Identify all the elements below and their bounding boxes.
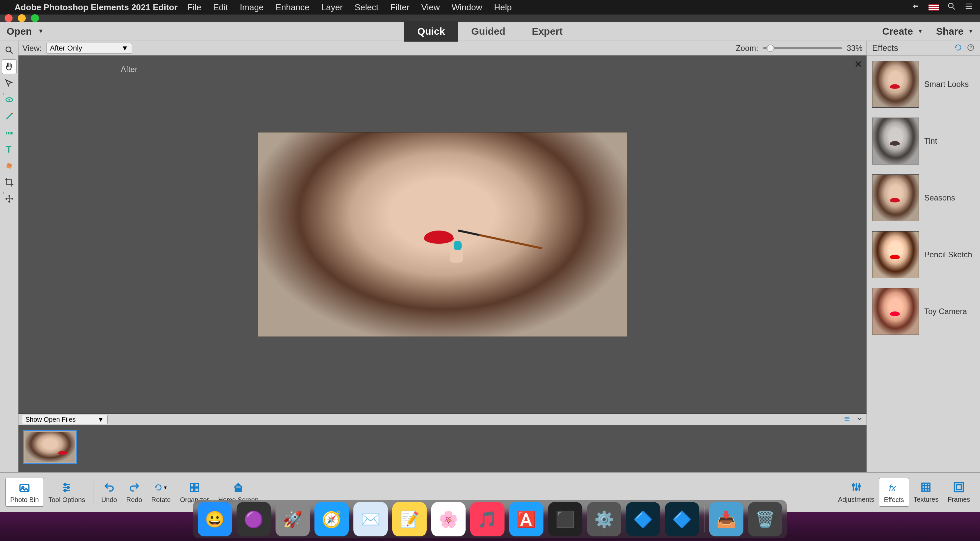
tab-expert[interactable]: Expert <box>519 21 576 41</box>
document-image[interactable] <box>258 132 627 337</box>
dock-siri[interactable]: 🟣 <box>237 502 271 536</box>
effects-label: Effects <box>884 496 904 504</box>
photo-bin-menu-icon[interactable] <box>843 415 851 424</box>
after-label: After <box>121 65 138 74</box>
mac-dock-area: 😀🟣🚀🧭✉️📝🌸🎵🅰️⬛⚙️🔷🔷📥🗑️ <box>0 512 980 541</box>
menu-select[interactable]: Select <box>355 2 379 13</box>
effects-panel-header: Effects ? <box>867 41 980 56</box>
menu-layer[interactable]: Layer <box>321 2 343 13</box>
zoom-value: 33% <box>847 44 862 53</box>
straighten-tool[interactable] <box>2 126 16 140</box>
textures-button[interactable]: Textures <box>909 478 943 507</box>
textures-label: Textures <box>914 496 939 503</box>
type-tool[interactable]: T <box>2 142 16 156</box>
svg-text:?: ? <box>969 45 972 50</box>
app-title[interactable]: Adobe Photoshop Elements 2021 Editor <box>14 2 178 13</box>
share-label: Share <box>936 26 964 37</box>
menu-help[interactable]: Help <box>494 2 511 13</box>
menu-window[interactable]: Window <box>452 2 482 13</box>
dock-notes[interactable]: 📝 <box>392 502 426 536</box>
rotate-button[interactable]: ▼ Rotate <box>147 478 175 506</box>
tab-quick[interactable]: Quick <box>404 21 458 41</box>
zoom-label: Zoom: <box>736 44 758 53</box>
help-icon[interactable]: ? <box>967 44 975 53</box>
effect-item-smart-looks[interactable]: Smart Looks <box>872 61 975 108</box>
view-mode-selected: After Only <box>50 44 82 53</box>
whiten-teeth-tool[interactable] <box>2 109 16 123</box>
menu-list-icon[interactable] <box>964 2 974 13</box>
effect-item-toy-camera[interactable]: Toy Camera <box>872 288 975 335</box>
menu-filter[interactable]: Filter <box>390 2 409 13</box>
create-dropdown-button[interactable]: Create ▼ <box>882 26 923 37</box>
chevron-down-icon: ▼ <box>968 29 974 34</box>
photo-bin-filter-select[interactable]: Show Open Files ▼ <box>22 415 108 424</box>
effect-item-seasons[interactable]: Seasons <box>872 174 975 221</box>
menu-enhance[interactable]: Enhance <box>275 2 310 13</box>
dock-downloads[interactable]: 📥 <box>709 502 743 536</box>
zoom-slider[interactable] <box>763 47 842 49</box>
effect-item-tint[interactable]: Tint <box>872 118 975 164</box>
svg-rect-32 <box>190 488 194 492</box>
effect-thumbnail <box>872 174 919 221</box>
tab-guided[interactable]: Guided <box>458 21 519 41</box>
photo-bin-thumbnail[interactable] <box>23 430 77 464</box>
share-dropdown-button[interactable]: Share ▼ <box>936 26 974 37</box>
dock-app-store[interactable]: 🅰️ <box>509 502 544 536</box>
svg-rect-46 <box>955 483 964 492</box>
photo-bin-button[interactable]: Photo Bin <box>5 478 44 507</box>
menu-image[interactable]: Image <box>240 2 264 13</box>
dock-music[interactable]: 🎵 <box>470 502 504 536</box>
svg-point-16 <box>10 165 11 166</box>
open-label: Open <box>6 26 32 37</box>
minimize-window-button[interactable] <box>18 14 26 22</box>
quick-select-tool[interactable] <box>2 76 16 91</box>
dock-finder[interactable]: 😀 <box>198 502 232 536</box>
hand-tool[interactable] <box>2 59 16 74</box>
canvas-area: View: After Only ▼ Zoom: 33% ✕ After <box>19 41 867 413</box>
dock-launchpad[interactable]: 🚀 <box>275 502 310 536</box>
open-dropdown-button[interactable]: Open ▼ <box>6 26 44 37</box>
reset-icon[interactable] <box>954 44 962 53</box>
undo-button[interactable]: Undo <box>97 478 122 506</box>
redo-button[interactable]: Redo <box>122 478 147 506</box>
dock-system-preferences[interactable]: ⚙️ <box>587 502 621 536</box>
menu-view[interactable]: View <box>422 2 440 13</box>
menu-edit[interactable]: Edit <box>213 2 228 13</box>
view-mode-select[interactable]: After Only ▼ <box>46 43 132 54</box>
effects-button[interactable]: fx Effects <box>879 478 909 507</box>
photo-bin-collapse-icon[interactable] <box>856 415 863 424</box>
tool-options-button[interactable]: Tool Options <box>44 478 90 506</box>
dock-trash[interactable]: 🗑️ <box>748 502 782 536</box>
dock-terminal[interactable]: ⬛ <box>548 502 582 536</box>
us-flag-icon[interactable] <box>929 4 939 11</box>
share-indicator-icon[interactable] <box>912 2 921 13</box>
effects-panel: Effects ? Smart LooksTintSeasonsPencil S… <box>867 41 980 472</box>
undo-label: Undo <box>101 496 117 504</box>
dock-safari[interactable]: 🧭 <box>315 502 349 536</box>
close-document-button[interactable]: ✕ <box>854 59 862 70</box>
svg-text:T: T <box>6 144 11 154</box>
eye-tool[interactable]: + <box>2 93 16 107</box>
dock-mail[interactable]: ✉️ <box>353 502 388 536</box>
zoom-tool[interactable] <box>2 43 16 57</box>
maximize-window-button[interactable] <box>31 14 39 22</box>
dock-pse-editor[interactable]: 🔷 <box>626 502 660 536</box>
crop-tool[interactable] <box>2 175 16 190</box>
spot-heal-tool[interactable] <box>2 158 16 173</box>
canvas-options-bar: View: After Only ▼ Zoom: 33% <box>19 41 867 56</box>
effect-item-pencil-sketch[interactable]: Pencil Sketch <box>872 231 975 278</box>
photo-bin-filter-selected: Show Open Files <box>25 416 76 423</box>
dock-pse-organizer[interactable]: 🔷 <box>665 502 699 536</box>
effects-list[interactable]: Smart LooksTintSeasonsPencil SketchToy C… <box>867 56 980 472</box>
adjustments-label: Adjustments <box>838 496 874 503</box>
zoom-slider-thumb[interactable] <box>767 45 774 52</box>
adjustments-button[interactable]: Adjustments <box>834 478 879 507</box>
canvas-viewport[interactable]: ✕ After <box>19 56 867 413</box>
dock-photos[interactable]: 🌸 <box>431 502 466 536</box>
tool-column: + T + <box>0 41 19 472</box>
spotlight-search-icon[interactable] <box>947 2 956 13</box>
menu-file[interactable]: File <box>188 2 201 13</box>
close-window-button[interactable] <box>5 14 13 22</box>
frames-button[interactable]: Frames <box>943 478 975 507</box>
move-tool[interactable]: + <box>2 192 16 206</box>
